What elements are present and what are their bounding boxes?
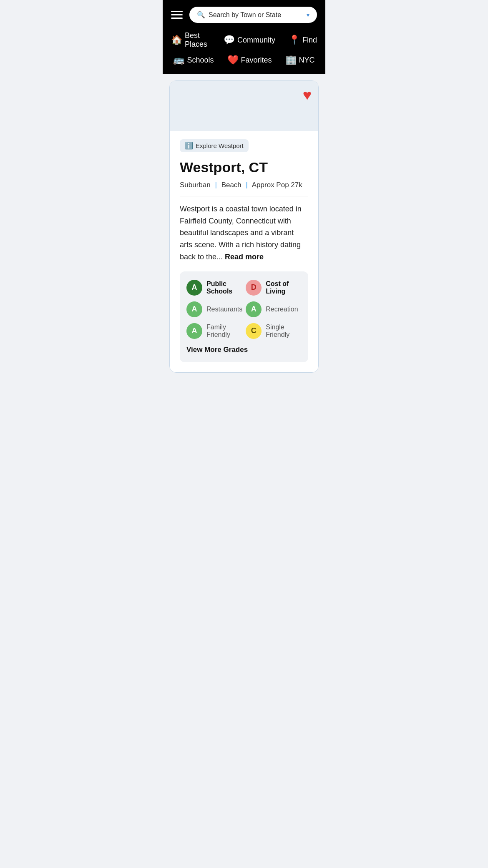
grade-badge-single-friendly: C	[246, 323, 262, 339]
pin-icon: 📍	[289, 35, 300, 45]
nav-find[interactable]: 📍 Find	[289, 35, 317, 45]
header-top: 🔍 Search by Town or State ▾	[171, 7, 317, 23]
nav-nyc[interactable]: 🏢 NYC	[285, 55, 315, 65]
grade-single-friendly: C Single Friendly	[246, 323, 302, 339]
grade-label-family-friendly: Family Friendly	[206, 324, 242, 339]
house-icon: 🏠	[171, 35, 182, 45]
search-icon: 🔍	[197, 11, 205, 19]
pipe-1: |	[215, 181, 216, 189]
explore-badge[interactable]: ℹ️ Explore Westport	[180, 139, 249, 152]
grade-label-recreation: Recreation	[266, 306, 298, 313]
header: 🔍 Search by Town or State ▾ 🏠 Best Place…	[163, 0, 325, 74]
hamburger-menu[interactable]	[171, 11, 183, 19]
nav-best-places-label: Best Places	[185, 31, 210, 49]
grade-recreation: A Recreation	[246, 301, 302, 317]
grades-grid: A Public Schools D Cost of Living A Rest…	[186, 280, 302, 339]
city-name: Westport, CT	[180, 159, 308, 176]
grade-cost-of-living: D Cost of Living	[246, 280, 302, 296]
grade-label-single-friendly: Single Friendly	[266, 324, 302, 339]
card-body: ℹ️ Explore Westport Westport, CT Suburba…	[170, 131, 318, 263]
grade-label-public-schools: Public Schools	[206, 280, 242, 295]
view-more-grades-link[interactable]: View More Grades	[186, 346, 302, 354]
bus-icon: 🚌	[173, 55, 184, 65]
nav-community-label: Community	[237, 36, 275, 45]
favorite-button[interactable]: ♥	[303, 88, 312, 103]
tag-population: Approx Pop 27k	[252, 181, 302, 189]
grade-label-cost-of-living: Cost of Living	[266, 280, 302, 295]
nav-links: 🏠 Best Places 💬 Community 📍 Find 🚌 Schoo…	[171, 31, 317, 65]
grade-restaurants: A Restaurants	[186, 301, 242, 317]
card-container: ♥ ℹ️ Explore Westport Westport, CT Subur…	[163, 74, 325, 379]
nav-schools-label: Schools	[187, 56, 214, 65]
nav-community[interactable]: 💬 Community	[224, 35, 275, 45]
grade-badge-cost-of-living: D	[246, 280, 262, 296]
divider	[180, 196, 308, 196]
grade-badge-restaurants: A	[186, 301, 202, 317]
chat-icon: 💬	[224, 35, 235, 45]
tag-suburban: Suburban	[180, 181, 211, 189]
read-more-link[interactable]: Read more	[225, 253, 264, 261]
chevron-down-icon: ▾	[307, 12, 309, 18]
info-icon: ℹ️	[185, 142, 193, 150]
building-icon: 🏢	[285, 55, 297, 65]
card-image-area: ♥	[170, 81, 318, 131]
grade-public-schools: A Public Schools	[186, 280, 242, 296]
heart-nav-icon: ❤️	[227, 55, 239, 65]
grade-badge-family-friendly: A	[186, 323, 202, 339]
nav-favorites[interactable]: ❤️ Favorites	[227, 55, 272, 65]
nav-favorites-label: Favorites	[241, 56, 272, 65]
grade-badge-recreation: A	[246, 301, 262, 317]
explore-label: Explore Westport	[196, 142, 244, 149]
city-description: Westport is a coastal town located in Fa…	[180, 203, 308, 263]
grade-family-friendly: A Family Friendly	[186, 323, 242, 339]
pipe-2: |	[246, 181, 248, 189]
nav-schools[interactable]: 🚌 Schools	[173, 55, 214, 65]
nav-best-places[interactable]: 🏠 Best Places	[171, 31, 210, 49]
nav-find-label: Find	[302, 36, 317, 45]
nav-row-2: 🚌 Schools ❤️ Favorites 🏢 NYC	[173, 55, 314, 65]
nav-row-1: 🏠 Best Places 💬 Community 📍 Find	[171, 31, 317, 49]
tag-beach: Beach	[221, 181, 241, 189]
place-card: ♥ ℹ️ Explore Westport Westport, CT Subur…	[169, 80, 319, 373]
nav-nyc-label: NYC	[299, 56, 315, 65]
grade-label-restaurants: Restaurants	[206, 306, 242, 313]
search-input-label: Search by Town or State	[209, 11, 303, 19]
search-bar[interactable]: 🔍 Search by Town or State ▾	[189, 7, 317, 23]
city-tags: Suburban | Beach | Approx Pop 27k	[180, 181, 308, 189]
grades-box: A Public Schools D Cost of Living A Rest…	[180, 271, 308, 362]
grade-badge-public-schools: A	[186, 280, 202, 296]
